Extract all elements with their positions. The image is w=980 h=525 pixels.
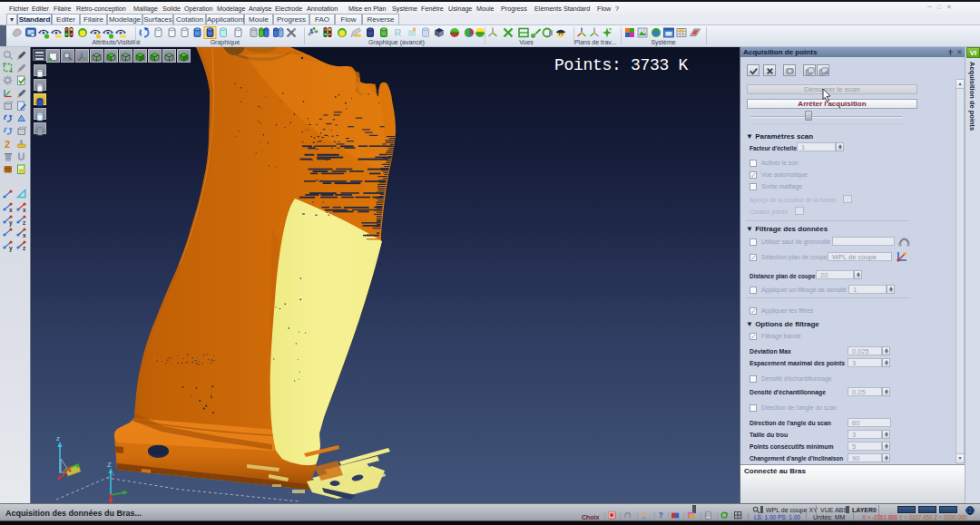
svg-text:x: x	[23, 207, 26, 213]
svg-text:z: z	[56, 434, 60, 442]
svg-text:z: z	[23, 219, 26, 226]
svg-text:z: z	[23, 245, 26, 251]
svg-text:x: x	[9, 207, 13, 213]
svg-text:R: R	[395, 27, 402, 38]
svg-text:y: y	[9, 219, 13, 227]
svg-text:Z: Z	[107, 461, 112, 469]
svg-text:2: 2	[5, 139, 10, 150]
svg-text:?: ?	[659, 511, 663, 520]
svg-text:x: x	[23, 232, 26, 238]
svg-text:y: y	[9, 245, 13, 252]
